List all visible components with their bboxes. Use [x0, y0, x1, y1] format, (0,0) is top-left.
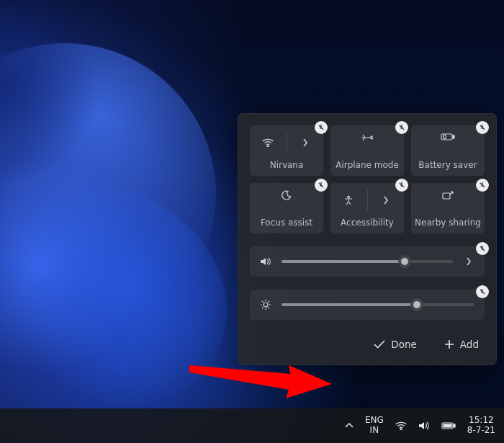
unpin-icon[interactable]: [476, 121, 489, 134]
tray-wifi-icon[interactable]: [390, 408, 413, 443]
tray-battery-icon[interactable]: [436, 408, 462, 443]
system-tray: ENG IN 15:12 8-7-21: [339, 408, 503, 443]
brightness-slider[interactable]: [250, 290, 485, 320]
share-icon: [442, 190, 454, 200]
tile-focus-assist[interactable]: Focus assist: [250, 183, 323, 233]
volume-icon: [260, 256, 271, 267]
tile-label: Airplane mode: [336, 160, 399, 170]
svg-rect-4: [443, 193, 450, 199]
tile-label: Battery saver: [418, 160, 477, 170]
tile-label: Nearby sharing: [415, 218, 481, 228]
unpin-icon[interactable]: [476, 285, 489, 298]
slider-track[interactable]: [282, 303, 474, 306]
slider-thumb[interactable]: [410, 298, 423, 311]
accessibility-icon[interactable]: [330, 190, 368, 210]
svg-point-7: [400, 429, 402, 430]
done-label: Done: [391, 339, 417, 350]
quick-settings-grid: Nirvana Airplane mode Battery saver: [250, 125, 485, 233]
date: 8-7-21: [467, 426, 495, 436]
language-indicator[interactable]: ENG IN: [359, 408, 390, 443]
slider-thumb[interactable]: [398, 255, 411, 268]
quick-settings-panel: Nirvana Airplane mode Battery saver: [238, 113, 497, 365]
svg-rect-2: [453, 135, 454, 138]
taskbar: ENG IN 15:12 8-7-21: [0, 408, 504, 443]
slider-track[interactable]: [282, 260, 453, 263]
arrow-right-icon[interactable]: [463, 257, 474, 266]
tray-volume-icon[interactable]: [413, 408, 436, 443]
panel-footer: Done Add: [250, 331, 485, 357]
svg-rect-10: [454, 424, 455, 427]
svg-point-5: [264, 303, 268, 307]
unpin-icon[interactable]: [315, 179, 328, 192]
chevron-right-icon[interactable]: [287, 133, 324, 153]
unpin-icon[interactable]: [395, 121, 408, 134]
tile-nearby-sharing[interactable]: Nearby sharing: [411, 183, 485, 233]
tray-overflow-button[interactable]: [339, 408, 359, 443]
add-label: Add: [460, 339, 479, 350]
sun-icon: [260, 299, 271, 310]
tile-airplane[interactable]: Airplane mode: [330, 125, 404, 176]
time: 15:12: [469, 416, 494, 426]
unpin-icon[interactable]: [315, 121, 328, 134]
unpin-icon[interactable]: [395, 179, 408, 192]
battery-saver-icon: [441, 133, 455, 141]
svg-point-0: [267, 146, 269, 147]
tile-label: Focus assist: [261, 218, 312, 228]
wifi-icon[interactable]: [250, 133, 287, 153]
clock[interactable]: 15:12 8-7-21: [462, 408, 503, 443]
chevron-right-icon[interactable]: [368, 190, 405, 210]
svg-point-3: [348, 196, 350, 198]
unpin-icon[interactable]: [476, 179, 489, 192]
tile-label: Nirvana: [270, 160, 304, 170]
tile-wifi[interactable]: Nirvana: [250, 125, 323, 176]
airplane-icon: [361, 133, 374, 143]
tile-battery-saver[interactable]: Battery saver: [411, 125, 485, 176]
lang-bottom: IN: [370, 426, 379, 436]
lang-top: ENG: [365, 416, 384, 426]
unpin-icon[interactable]: [476, 242, 489, 255]
svg-rect-9: [444, 424, 451, 427]
tile-accessibility[interactable]: Accessibility: [330, 183, 404, 233]
moon-icon: [282, 190, 292, 200]
add-button[interactable]: Add: [438, 334, 485, 354]
done-button[interactable]: Done: [368, 334, 423, 354]
plus-icon: [444, 339, 454, 349]
tile-label: Accessibility: [341, 218, 394, 228]
volume-slider[interactable]: [250, 246, 485, 277]
check-icon: [374, 340, 385, 349]
